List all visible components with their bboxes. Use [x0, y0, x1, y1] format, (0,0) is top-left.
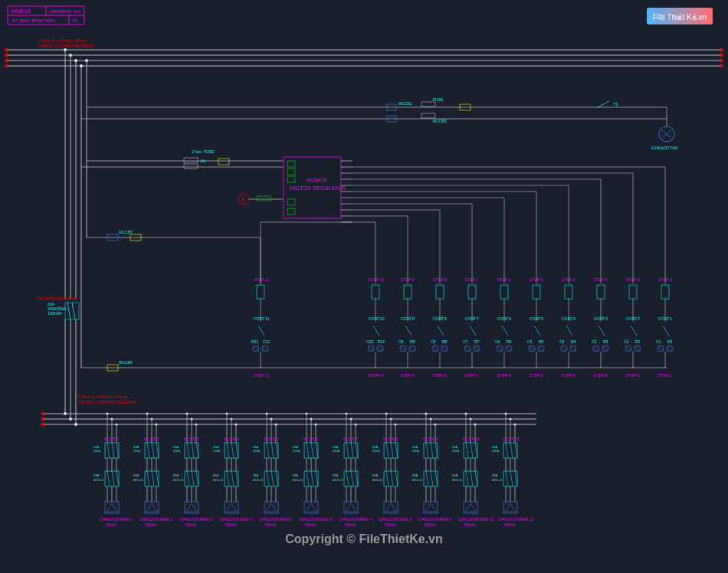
svg-rect-160	[500, 285, 508, 299]
svg-rect-51	[218, 159, 229, 165]
svg-point-256	[64, 412, 67, 415]
svg-text:63A: 63A	[452, 473, 457, 477]
svg-line-327	[196, 443, 198, 458]
svg-line-169	[507, 346, 511, 351]
svg-marker-15	[720, 58, 724, 63]
svg-text:STEP-2: STEP-2	[626, 373, 640, 378]
svg-text:MCCB3: MCCB3	[119, 230, 133, 234]
svg-line-229	[635, 346, 640, 351]
svg-text:AC3-11: AC3-11	[372, 478, 383, 482]
svg-line-539	[475, 471, 477, 486]
bank-9: MCCB-963A50kA63AAC3-11CAPACITOR BANK-950…	[412, 413, 452, 528]
bank-8: MCCB-863A50kA63AAC3-11CAPACITOR BANK-850…	[372, 413, 412, 528]
svg-text:MCCB1: MCCB1	[398, 101, 412, 106]
svg-text:50kVAr: 50kVAr	[425, 523, 436, 527]
svg-point-322	[195, 424, 198, 426]
bank-3: MCCB-363A50kA63AAC3-11CAPACITOR BANK-350…	[173, 413, 213, 528]
svg-marker-372	[226, 503, 237, 512]
svg-text:MCCB-10: MCCB-10	[463, 437, 480, 441]
svg-line-500	[431, 443, 433, 458]
svg-text:AC3-11: AC3-11	[452, 478, 463, 482]
svg-line-384	[271, 443, 274, 458]
svg-text:STEP-8: STEP-8	[433, 373, 447, 378]
bank-1: MCCB-163A50kA63AAC3-11CAPACITOR BANK-125…	[93, 413, 133, 528]
svg-text:R4: R4	[571, 339, 576, 344]
svg-rect-130	[436, 285, 444, 299]
svg-text:63A: 63A	[253, 473, 258, 477]
svg-marker-12	[4, 64, 8, 68]
svg-rect-190	[565, 285, 572, 299]
svg-line-450	[346, 471, 349, 486]
svg-text:50kA: 50kA	[173, 449, 180, 453]
svg-point-467	[395, 424, 397, 426]
svg-text:R10: R10	[378, 339, 385, 344]
svg-line-29	[72, 303, 75, 319]
top-bus-sublabel: CABLE COPPER BUSBAR	[38, 44, 95, 48]
svg-marker-459	[346, 503, 356, 512]
svg-line-441	[346, 443, 349, 458]
svg-text:AC3-11: AC3-11	[173, 478, 184, 482]
svg-point-496	[435, 424, 437, 426]
svg-line-123	[401, 346, 405, 351]
svg-rect-57	[287, 199, 295, 205]
svg-text:CAPACITOR BANK-1: CAPACITOR BANK-1	[100, 518, 133, 522]
svg-rect-50	[184, 164, 198, 169]
svg-text:R5: R5	[539, 339, 544, 344]
svg-rect-27	[65, 303, 79, 319]
svg-marker-13	[720, 47, 724, 52]
svg-line-138	[433, 346, 438, 351]
svg-point-466	[390, 418, 392, 421]
exhaust-fan-label: EXHAUST FAN	[651, 146, 678, 150]
svg-text:STEP-4: STEP-4	[562, 277, 576, 282]
svg-line-124	[410, 346, 415, 351]
svg-line-566	[506, 471, 508, 486]
pfr-outputs	[341, 161, 353, 222]
svg-line-109	[378, 346, 382, 351]
svg-line-184	[539, 346, 543, 351]
svg-text:50kVAr: 50kVAr	[305, 523, 316, 527]
svg-line-168	[497, 346, 502, 351]
svg-text:R7: R7	[474, 339, 480, 344]
svg-text:STEP-1: STEP-1	[658, 373, 672, 378]
svg-text:STEP-1: STEP-1	[658, 277, 672, 282]
svg-marker-430	[306, 503, 316, 512]
svg-rect-85	[257, 285, 264, 299]
svg-text:25kVAr: 25kVAr	[106, 523, 117, 527]
svg-text:CONT.1: CONT.1	[658, 316, 672, 321]
svg-point-258	[74, 423, 77, 426]
svg-line-268	[112, 443, 114, 458]
svg-line-499	[426, 443, 428, 458]
svg-text:50kVAr: 50kVAr	[185, 523, 197, 527]
svg-rect-175	[533, 285, 540, 299]
svg-line-471	[391, 443, 393, 458]
svg-rect-41	[421, 113, 435, 118]
bank-6: MCCB-663A50kA63AAC3-11CAPACITOR BANK-650…	[293, 413, 333, 528]
svg-point-293	[156, 424, 158, 426]
svg-text:63A: 63A	[372, 473, 378, 477]
svg-marker-517	[425, 503, 436, 512]
svg-point-554	[514, 424, 516, 426]
svg-text:R1: R1	[667, 339, 673, 344]
svg-point-321	[191, 418, 193, 421]
svg-text:C5: C5	[527, 339, 533, 344]
svg-line-356	[236, 443, 238, 458]
svg-line-557	[506, 443, 508, 458]
svg-text:STEP-3: STEP-3	[594, 373, 608, 378]
svg-text:MCCB-3: MCCB-3	[184, 437, 198, 441]
bank-10: MCCB-1063A50kA63AAC3-11CAPACITOR BANK-10…	[452, 413, 494, 528]
svg-text:C9: C9	[398, 339, 404, 344]
svg-text:50kA: 50kA	[293, 449, 300, 453]
svg-rect-54	[287, 161, 295, 167]
svg-text:STEP-2: STEP-2	[626, 277, 640, 282]
svg-text:50kVAr: 50kVAr	[504, 523, 516, 527]
svg-point-465	[385, 413, 388, 415]
svg-point-437	[350, 418, 353, 421]
svg-marker-343	[186, 503, 197, 512]
svg-point-320	[186, 413, 189, 415]
svg-text:25kVAr: 25kVAr	[146, 523, 157, 527]
svg-text:CONT.10: CONT.10	[369, 316, 385, 321]
svg-line-94	[263, 346, 267, 351]
svg-text:MCCB-7: MCCB-7	[343, 437, 358, 441]
svg-line-298	[156, 443, 159, 458]
svg-line-214	[603, 346, 608, 351]
